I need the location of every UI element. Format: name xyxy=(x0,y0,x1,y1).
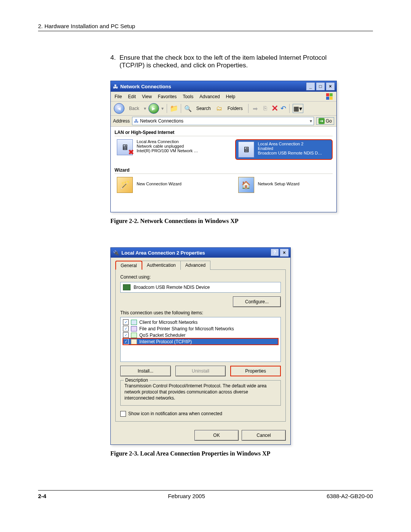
go-button[interactable]: ➔ Go xyxy=(316,117,334,125)
views-icon[interactable]: ▦▾ xyxy=(293,104,303,113)
page-footer: 2-4 February 2005 6388-A2-GB20-00 xyxy=(38,490,373,499)
tab-general[interactable]: General xyxy=(115,261,142,270)
forward-button[interactable]: ► xyxy=(148,103,159,114)
items-list[interactable]: ✓ Client for Microsoft Networks ✓ File a… xyxy=(120,317,281,362)
description-group: Description Transmission Control Protoco… xyxy=(120,380,281,406)
connection-lac1[interactable]: 🖥✖ Local Area Connection Network cable u… xyxy=(117,139,209,160)
back-button[interactable]: ◄ xyxy=(114,103,124,114)
client-icon xyxy=(131,320,137,325)
cancel-button[interactable]: Cancel xyxy=(242,430,286,441)
adapter-icon xyxy=(123,284,131,290)
step-text: 4. Ensure that the check box to the left… xyxy=(110,54,350,69)
protocol-icon xyxy=(131,339,137,344)
configure-button[interactable]: Configure... xyxy=(233,296,281,307)
lac2-status: Enabled xyxy=(258,146,322,151)
step-body: Ensure that the check box to the left of… xyxy=(119,54,350,69)
lan-icon: 🖥 xyxy=(238,142,254,158)
show-icon-label: Show icon in notification area when conn… xyxy=(128,411,222,416)
connection-lac2[interactable]: 🖥 Local Area Connection 2 Enabled Broadc… xyxy=(235,139,333,160)
search-icon[interactable]: 🔍 xyxy=(184,105,192,112)
list-item-tcpip[interactable]: ✓ Internet Protocol (TCP/IP) xyxy=(123,338,278,345)
folders-icon[interactable]: 🗂 xyxy=(215,105,223,112)
lan-icon: 🖥✖ xyxy=(117,139,133,155)
address-field[interactable]: 🖧 Network Connections ▾ xyxy=(132,117,314,125)
windows-logo-icon xyxy=(326,93,333,100)
menu-view[interactable]: View xyxy=(142,94,152,99)
address-bar: Address 🖧 Network Connections ▾ ➔ Go xyxy=(111,116,336,127)
lac2-device: Broadcom USB Remote NDIS D… xyxy=(258,151,322,155)
back-label[interactable]: Back xyxy=(127,105,142,112)
new-connection-wizard[interactable]: 🪄 New Connection Wizard xyxy=(117,177,212,193)
item-label: QoS Packet Scheduler xyxy=(139,333,185,338)
lac1-status: Network cable unplugged xyxy=(137,144,198,148)
close-button[interactable]: × xyxy=(326,82,335,91)
up-icon[interactable]: 📁 xyxy=(170,105,178,112)
minimize-button[interactable]: _ xyxy=(306,82,315,91)
menu-bar: File Edit View Favorites Tools Advanced … xyxy=(111,92,336,102)
wizard-icon: 🪄 xyxy=(117,177,133,193)
checkbox-icon[interactable] xyxy=(120,411,126,417)
network-setup-wizard[interactable]: 🏠 Network Setup Wizard xyxy=(238,177,333,193)
figure-2-2-caption: Figure 2-2. Network Connections in Windo… xyxy=(110,218,373,225)
section-title: 2. Hardware Installation and PC Setup xyxy=(38,23,135,29)
device-name: Broadcom USB Remote NDIS Device xyxy=(134,285,210,290)
tab-strip: General Authentication Advanced xyxy=(115,261,286,270)
go-arrow-icon: ➔ xyxy=(319,118,325,124)
dialog-title: Local Area Connection 2 Properties xyxy=(121,250,205,256)
show-icon-row[interactable]: Show icon in notification area when conn… xyxy=(120,411,281,417)
dialog-buttons: OK Cancel xyxy=(111,426,290,444)
item-label: File and Printer Sharing for Microsoft N… xyxy=(139,326,234,331)
list-item[interactable]: ✓ Client for Microsoft Networks xyxy=(123,319,278,325)
content-pane: LAN or High-Speed Internet 🖥✖ Local Area… xyxy=(111,127,336,212)
menu-tools[interactable]: Tools xyxy=(183,94,193,99)
list-item[interactable]: ✓ File and Printer Sharing for Microsoft… xyxy=(123,325,278,332)
titlebar[interactable]: 🖧 Network Connections _ □ × xyxy=(111,81,336,92)
menu-favorites[interactable]: Favorites xyxy=(158,94,177,99)
step-number: 4. xyxy=(110,54,119,69)
description-label: Description xyxy=(124,377,150,383)
sharing-icon xyxy=(131,326,137,331)
qos-icon xyxy=(131,333,137,338)
folders-label[interactable]: Folders xyxy=(225,105,245,112)
house-icon: 🏠 xyxy=(238,177,254,193)
wiz2-label: Network Setup Wizard xyxy=(258,177,299,186)
go-label: Go xyxy=(326,118,332,124)
copy-icon[interactable]: ⎘ xyxy=(261,105,269,112)
checkbox-icon[interactable]: ✓ xyxy=(123,339,129,344)
delete-icon[interactable]: ✕ xyxy=(271,104,278,113)
help-button[interactable]: ? xyxy=(271,248,279,256)
menu-file[interactable]: File xyxy=(115,94,122,99)
install-button[interactable]: Install... xyxy=(120,366,171,376)
checkbox-icon[interactable]: ✓ xyxy=(123,332,129,338)
tab-authentication[interactable]: Authentication xyxy=(142,261,181,270)
menu-edit[interactable]: Edit xyxy=(128,94,136,99)
device-field: Broadcom USB Remote NDIS Device xyxy=(120,282,281,293)
tab-panel-general: Connect using: Broadcom USB Remote NDIS … xyxy=(115,269,286,422)
properties-button[interactable]: Properties xyxy=(230,366,281,376)
address-label: Address xyxy=(113,118,130,124)
checkbox-icon[interactable]: ✓ xyxy=(123,326,129,331)
ok-button[interactable]: OK xyxy=(194,430,239,441)
close-button[interactable]: × xyxy=(280,248,289,257)
tab-advanced[interactable]: Advanced xyxy=(180,261,210,270)
lac1-device: Intel(R) PRO/100 VM Network … xyxy=(137,148,198,153)
lac2-title: Local Area Connection 2 xyxy=(258,142,322,146)
move-icon[interactable]: ➡ xyxy=(252,105,259,112)
item-label: Client for Microsoft Networks xyxy=(139,320,198,325)
list-item[interactable]: ✓ QoS Packet Scheduler xyxy=(123,332,278,338)
category-lan: LAN or High-Speed Internet xyxy=(115,129,333,136)
titlebar[interactable]: 🔌 Local Area Connection 2 Properties ? × xyxy=(111,248,290,258)
page-header: 2. Hardware Installation and PC Setup xyxy=(38,23,373,31)
properties-icon: 🔌 xyxy=(113,250,119,256)
menu-advanced[interactable]: Advanced xyxy=(199,94,220,99)
dropdown-icon[interactable]: ▾ xyxy=(310,118,312,124)
menu-help[interactable]: Help xyxy=(226,94,236,99)
wiz1-label: New Connection Wizard xyxy=(137,177,182,186)
search-label[interactable]: Search xyxy=(194,105,213,112)
maximize-button[interactable]: □ xyxy=(316,82,325,91)
network-icon: 🖧 xyxy=(134,118,139,124)
description-text: Transmission Control Protocol/Internet P… xyxy=(124,383,277,401)
checkbox-icon[interactable]: ✓ xyxy=(123,319,129,325)
items-label: This connection uses the following items… xyxy=(120,310,281,315)
undo-icon[interactable]: ↶ xyxy=(280,104,286,113)
